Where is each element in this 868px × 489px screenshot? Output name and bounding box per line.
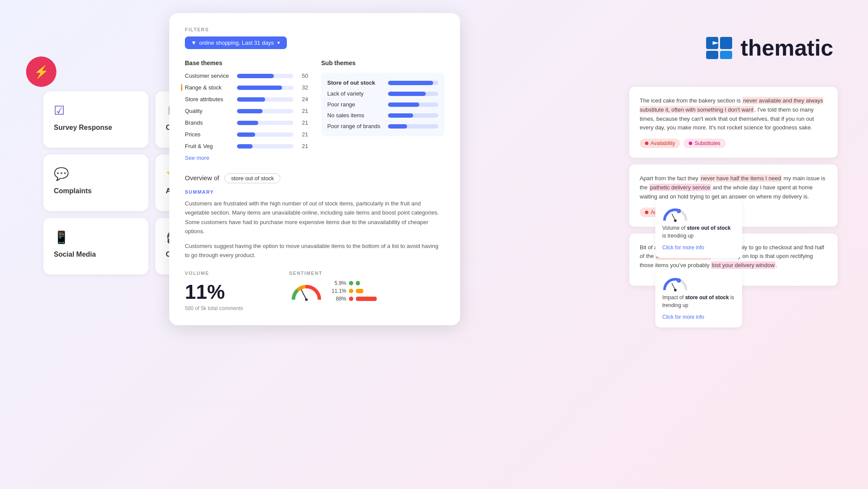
base-theme-row[interactable]: Fruit & Veg 21	[185, 143, 308, 149]
theme-bar-bg	[237, 97, 293, 102]
filter-dropdown-icon: ▼	[276, 40, 281, 45]
sidebar-card-social-media[interactable]: 📱 Social Media	[43, 218, 148, 274]
gauge-container: 5.9% 11.1% 88%	[289, 280, 444, 302]
sentiment-pct: 88%	[331, 296, 346, 302]
thematic-text: thematic	[740, 35, 833, 61]
card-icon-social-media: 📱	[54, 230, 69, 244]
overview-title: Overview of store out of stock	[185, 173, 444, 183]
theme-name: Prices	[185, 131, 233, 138]
sentiment-bars: 5.9% 11.1% 88%	[331, 280, 382, 302]
card-icon-complaints: 💬	[54, 167, 69, 181]
tag-dot	[645, 211, 648, 214]
main-panel: FILTERS ▼ online shopping, Last 31 days …	[169, 13, 460, 325]
base-theme-row[interactable]: Brands 21	[185, 119, 308, 126]
see-more-link[interactable]: See more	[185, 155, 308, 161]
svg-line-1	[301, 290, 306, 300]
app-logo: ⚡	[26, 56, 56, 87]
sub-theme-row[interactable]: No sales items	[327, 112, 438, 119]
review-tag[interactable]: Substitutes	[684, 139, 725, 148]
trending-link[interactable]: Click for more info	[662, 314, 704, 320]
review-card: The iced cake from the bakery section is…	[629, 87, 838, 158]
filter-value: online shopping, Last 31 days	[199, 40, 274, 46]
gauge-chart	[289, 280, 324, 302]
card-icon-survey: ☑	[54, 103, 65, 118]
volume-label: VOLUME	[185, 271, 289, 276]
trending-link[interactable]: Click for more info	[662, 244, 704, 251]
sentiment-bar-fill	[356, 281, 360, 285]
theme-bar-bg	[237, 121, 293, 125]
review-tag[interactable]: Availability	[640, 139, 680, 148]
tag-dot	[689, 142, 692, 145]
sub-themes-list: Store of out stock Lack of variety Poor …	[327, 79, 438, 129]
base-theme-row[interactable]: Range & stock 32	[181, 84, 308, 91]
theme-bar-bg	[237, 132, 293, 137]
summary-label: SUMMARY	[185, 189, 444, 195]
theme-count: 21	[298, 119, 308, 126]
highlight-pink: lost your delivery window	[711, 261, 776, 269]
volume-section: VOLUME 11% 580 of 5k total comments	[185, 271, 289, 311]
theme-count: 21	[298, 131, 308, 138]
sub-theme-bar-bg	[388, 92, 438, 96]
volume-sub: 580 of 5k total comments	[185, 305, 289, 311]
sub-theme-name: Lack of variety	[327, 90, 384, 97]
theme-bar-fill	[237, 132, 255, 137]
theme-name: Fruit & Veg	[185, 143, 233, 149]
svg-rect-5	[720, 51, 732, 59]
thematic-logo: thematic	[704, 26, 833, 69]
theme-bar-fill	[237, 86, 282, 90]
card-label-social-media: Social Media	[54, 251, 96, 258]
card-label-complaints: Complaints	[54, 187, 92, 195]
sub-themes-section: Sub themes Store of out stock Lack of va…	[321, 59, 444, 161]
sentiment-dot	[349, 297, 353, 301]
trending-card: ↑ Impact of store out of stock is trendi…	[655, 269, 742, 327]
base-theme-row[interactable]: Customer service 50	[185, 73, 308, 79]
sub-theme-row[interactable]: Lack of variety	[327, 90, 438, 97]
svg-text:↑: ↑	[677, 279, 679, 282]
sentiment-bar-bg	[356, 281, 382, 285]
sub-theme-bar-bg	[388, 102, 438, 107]
trending-gauge: ↑	[662, 207, 688, 222]
metrics-row: VOLUME 11% 580 of 5k total comments SENT…	[185, 271, 444, 311]
sentiment-bar-fill	[356, 297, 377, 301]
review-text: The iced cake from the bakery section is…	[640, 96, 827, 132]
base-themes-section: Base themes Customer service 50 Range & …	[185, 59, 308, 161]
sub-theme-bar-bg	[388, 124, 438, 129]
sub-theme-name: Store of out stock	[327, 79, 384, 86]
theme-bar-bg	[237, 109, 293, 113]
sidebar-card-survey[interactable]: ☑ Survey Response	[43, 91, 148, 148]
base-themes-title: Base themes	[185, 59, 308, 66]
sentiment-row: 5.9%	[331, 280, 382, 286]
trending-gauge: ↑	[662, 276, 688, 292]
sub-theme-row[interactable]: Poor range	[327, 101, 438, 108]
sentiment-dot	[349, 289, 353, 293]
trending-text: Volume of store out of stock is trending…	[662, 224, 735, 240]
sub-theme-bar-fill	[388, 81, 433, 85]
sidebar-card-complaints[interactable]: 💬 Complaints	[43, 155, 148, 211]
sub-theme-row[interactable]: Store of out stock	[327, 79, 438, 86]
theme-bar-fill	[237, 74, 274, 78]
svg-text:↑: ↑	[677, 210, 679, 213]
svg-rect-4	[706, 51, 718, 59]
sentiment-bar-fill	[356, 289, 363, 293]
base-theme-row[interactable]: Quality 21	[185, 108, 308, 114]
base-theme-row[interactable]: Store attributes 24	[185, 96, 308, 102]
theme-count: 32	[298, 84, 308, 91]
sentiment-label: SENTIMENT	[289, 271, 444, 276]
theme-name: Customer service	[185, 73, 233, 79]
base-theme-row[interactable]: Prices 21	[185, 131, 308, 138]
themes-row: Base themes Customer service 50 Range & …	[185, 59, 444, 161]
theme-name: Range & stock	[185, 84, 233, 91]
sub-theme-bar-fill	[388, 102, 419, 107]
sub-theme-row[interactable]: Poor range of brands	[327, 123, 438, 129]
svg-line-8	[672, 214, 675, 221]
sentiment-row: 88%	[331, 296, 382, 302]
sentiment-row: 11.1%	[331, 288, 382, 294]
filters-label: FILTERS	[185, 27, 444, 32]
trending-text: Impact of store out of stock is trending…	[662, 294, 735, 309]
theme-count: 50	[298, 73, 308, 79]
sub-theme-bar-fill	[388, 113, 413, 118]
filter-pill[interactable]: ▼ online shopping, Last 31 days ▼	[185, 36, 287, 49]
filter-icon: ▼	[191, 40, 197, 46]
card-label-survey: Survey Response	[54, 124, 112, 132]
theme-bar-bg	[237, 144, 293, 149]
